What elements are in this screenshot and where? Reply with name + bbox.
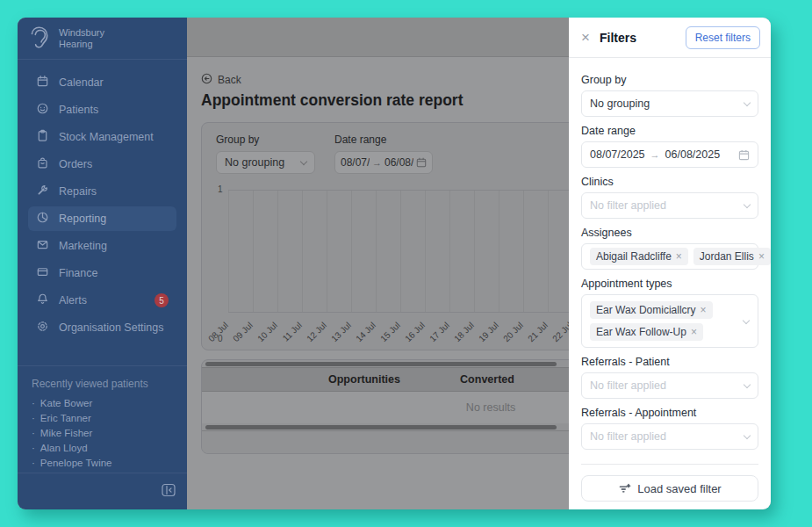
bullet: · bbox=[32, 458, 35, 468]
arrow-right-icon: → bbox=[372, 157, 382, 168]
sidebar-item-patients[interactable]: Patients bbox=[28, 97, 176, 122]
sidebar-footer bbox=[18, 473, 187, 509]
wrench-icon bbox=[36, 184, 49, 199]
scrollbar-thumb[interactable] bbox=[205, 425, 557, 430]
appointment-type-tag: Ear Wax Follow-Up× bbox=[590, 323, 703, 341]
chevron-down-icon bbox=[743, 316, 750, 323]
filters-header: × Filters Reset filters bbox=[569, 18, 771, 58]
recent-patient-link[interactable]: ·Alan Lloyd bbox=[32, 443, 173, 453]
filter-appointment-types-select[interactable]: Ear Wax Domiciallcry× Ear Wax Follow-Up× bbox=[581, 294, 758, 348]
sidebar-item-stock-management[interactable]: Stock Management bbox=[28, 125, 176, 149]
filter-plus-icon bbox=[618, 482, 631, 495]
recent-patient-link[interactable]: ·Kate Bower bbox=[32, 398, 173, 408]
ear-logo-icon bbox=[29, 24, 52, 54]
arrow-right-icon: → bbox=[650, 149, 660, 160]
table-header-opportunities: Opportunities bbox=[298, 373, 430, 386]
filter-date-start: 08/07/2025 bbox=[590, 148, 645, 161]
main-content: Back Appointment conversion rate report … bbox=[187, 18, 569, 509]
calendar-icon bbox=[416, 157, 427, 168]
back-link[interactable]: Back bbox=[201, 73, 254, 87]
calendar-icon bbox=[738, 149, 750, 161]
chevron-down-icon bbox=[744, 98, 751, 105]
pie-chart-icon bbox=[36, 211, 49, 227]
app-window: Windsbury Hearing Calendar Patients Stoc… bbox=[18, 18, 771, 509]
sidebar-item-calendar[interactable]: Calendar bbox=[28, 70, 176, 95]
top-navbar bbox=[187, 18, 569, 57]
bell-icon bbox=[36, 292, 49, 308]
sidebar-nav: Calendar Patients Stock Management Order… bbox=[18, 60, 187, 343]
remove-tag-icon[interactable]: × bbox=[701, 304, 707, 316]
report-page: Back Appointment conversion rate report … bbox=[187, 57, 569, 454]
reset-filters-button[interactable]: Reset filters bbox=[686, 26, 760, 49]
y-axis-tick-max: 1 bbox=[218, 184, 223, 194]
no-results-text: No results bbox=[466, 401, 515, 414]
sidebar-collapse-icon[interactable] bbox=[161, 482, 176, 502]
table-header-converted: Converted bbox=[430, 373, 544, 386]
filters-divider bbox=[581, 464, 758, 465]
recent-patient-link[interactable]: ·Penelope Twine bbox=[32, 458, 173, 468]
filter-date-end: 06/08/2025 bbox=[665, 148, 721, 161]
gear-icon bbox=[36, 320, 49, 336]
clipboard-icon bbox=[36, 129, 49, 145]
sidebar-item-finance[interactable]: Finance bbox=[28, 261, 176, 285]
assignee-tag: Jordan Ellis× bbox=[693, 248, 771, 265]
filters-body: Group by No grouping Date range 08/07/20… bbox=[569, 58, 771, 509]
filter-referrals-appointment-select[interactable]: No filter applied bbox=[581, 423, 758, 450]
recent-patient-link[interactable]: ·Mike Fisher bbox=[32, 428, 173, 438]
sidebar-item-repairs[interactable]: Repairs bbox=[28, 179, 176, 204]
scrollbar-thumb[interactable] bbox=[205, 362, 557, 366]
filter-group-by-select[interactable]: No grouping bbox=[581, 90, 758, 117]
remove-tag-icon[interactable]: × bbox=[691, 326, 697, 338]
report-chart-card: Group by No grouping Date range 08/07/20… bbox=[201, 122, 569, 350]
recently-viewed-patients: Recently viewed patients ·Kate Bower ·Er… bbox=[18, 366, 187, 473]
filter-assignees-select[interactable]: Abigail Radcliffe× Jordan Ellis× bbox=[581, 243, 758, 270]
assignee-tag: Abigail Radcliffe× bbox=[590, 248, 688, 265]
chart-x-axis-labels: 08 Jul 09 Jul 10 Jul 11 Jul 12 Jul 13 Ju… bbox=[228, 313, 569, 339]
filters-title: Filters bbox=[600, 31, 686, 45]
bullet: · bbox=[32, 413, 35, 423]
chevron-down-icon bbox=[744, 200, 751, 207]
group-by-select[interactable]: No grouping bbox=[216, 151, 315, 174]
report-table-card: Opportunities Converted No results bbox=[201, 359, 569, 454]
remove-tag-icon[interactable]: × bbox=[758, 250, 765, 263]
chart-plot-area bbox=[228, 190, 569, 313]
sidebar-item-alerts[interactable]: Alerts 5 bbox=[28, 288, 176, 313]
filter-date-range-input[interactable]: 08/07/2025 → 06/08/2025 bbox=[581, 141, 758, 168]
report-controls: Group by No grouping Date range 08/07/20… bbox=[216, 134, 569, 174]
table-footer bbox=[202, 430, 569, 453]
brand-logo: Windsbury Hearing bbox=[18, 18, 187, 60]
smiley-icon bbox=[36, 102, 49, 118]
filter-referrals-patient-select[interactable]: No filter applied bbox=[581, 372, 758, 399]
load-saved-filter-button[interactable]: Load saved filter bbox=[581, 475, 758, 502]
sidebar-item-marketing[interactable]: Marketing bbox=[28, 234, 176, 258]
remove-tag-icon[interactable]: × bbox=[676, 250, 682, 263]
credit-card-icon bbox=[36, 265, 49, 281]
page-title: Appointment conversion rate report bbox=[201, 91, 569, 110]
sidebar-item-organisation-settings[interactable]: Organisation Settings bbox=[28, 315, 176, 340]
bullet: · bbox=[32, 398, 35, 408]
date-start-value: 08/07/2025 bbox=[341, 156, 370, 169]
back-arrow-icon bbox=[201, 73, 212, 87]
close-icon[interactable]: × bbox=[581, 30, 590, 45]
filter-clinics-select[interactable]: No filter applied bbox=[581, 192, 758, 219]
recent-patient-link[interactable]: ·Eric Tanner bbox=[32, 413, 173, 423]
sidebar-item-orders[interactable]: Orders bbox=[28, 152, 176, 177]
envelope-icon bbox=[36, 238, 49, 254]
brand-name: Windsbury Hearing bbox=[59, 27, 104, 50]
sidebar-item-reporting[interactable]: Reporting bbox=[28, 206, 176, 231]
conversion-chart: 1 0 08 Jul 09 Jul 10 Jul 11 Jul 12 Jul 1… bbox=[228, 190, 569, 339]
calendar-icon bbox=[36, 75, 49, 90]
appointment-type-tag: Ear Wax Domiciallcry× bbox=[590, 301, 713, 319]
date-end-value: 06/08/2025 bbox=[384, 156, 413, 169]
filters-panel: × Filters Reset filters Group by No grou… bbox=[569, 18, 771, 509]
chevron-down-icon bbox=[300, 157, 307, 164]
group-by-control: Group by No grouping bbox=[216, 134, 315, 174]
bullet: · bbox=[32, 443, 35, 453]
table-header-row: Opportunities Converted bbox=[202, 367, 569, 392]
chevron-down-icon bbox=[744, 380, 751, 387]
bag-icon bbox=[36, 156, 49, 172]
sidebar: Windsbury Hearing Calendar Patients Stoc… bbox=[18, 18, 187, 509]
date-range-input[interactable]: 08/07/2025 → 06/08/2025 bbox=[334, 151, 433, 174]
table-scrollbar-top bbox=[202, 360, 569, 367]
alerts-count-badge: 5 bbox=[154, 293, 169, 307]
